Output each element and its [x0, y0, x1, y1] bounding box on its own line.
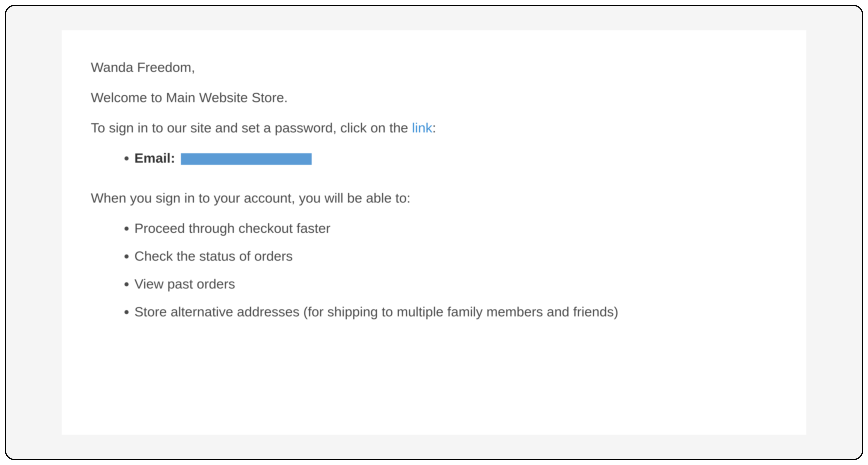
benefit-item: Check the status of orders — [134, 248, 777, 264]
ability-intro: When you sign in to your account, you wi… — [91, 190, 777, 206]
signin-prefix: To sign in to our site and set a passwor… — [91, 120, 412, 135]
signin-instruction: To sign in to our site and set a passwor… — [91, 120, 777, 136]
signin-suffix: : — [432, 120, 436, 135]
email-redacted-value — [181, 153, 312, 165]
greeting-text: Wanda Freedom, — [91, 59, 777, 75]
welcome-text: Welcome to Main Website Store. — [91, 90, 777, 105]
benefit-item: Store alternative addresses (for shippin… — [134, 304, 777, 320]
benefit-item: Proceed through checkout faster — [134, 220, 777, 236]
email-info-item: Email: — [134, 150, 777, 166]
password-link[interactable]: link — [412, 120, 432, 135]
email-info-list: Email: — [134, 150, 777, 166]
outer-frame: Wanda Freedom, Welcome to Main Website S… — [5, 5, 863, 460]
email-label: Email: — [134, 150, 175, 166]
benefits-list: Proceed through checkout faster Check th… — [134, 220, 777, 320]
benefit-item: View past orders — [134, 276, 777, 292]
email-card: Wanda Freedom, Welcome to Main Website S… — [62, 30, 806, 435]
